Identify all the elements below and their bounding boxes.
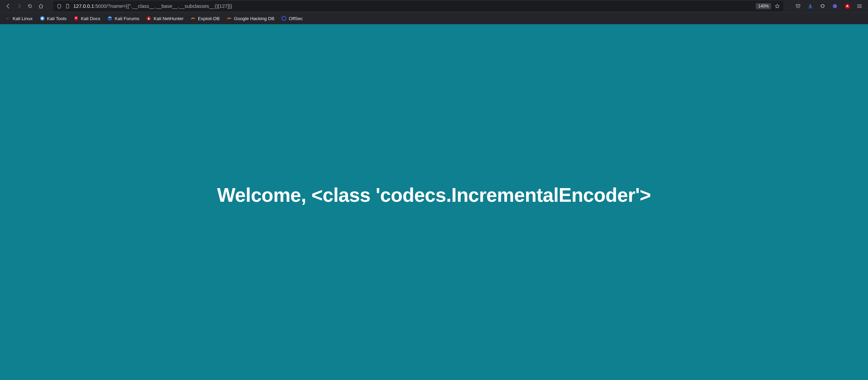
bookmark-offsec[interactable]: OffSec xyxy=(278,14,306,23)
ghdb-icon xyxy=(227,16,232,21)
back-button[interactable] xyxy=(3,1,13,11)
address-bar[interactable]: 127.0.0.1:5000/?name={{''.__class__.__ba… xyxy=(53,1,783,11)
bookmarks-bar: Kali Linux Kali Tools Kali Docs Kali For… xyxy=(0,12,868,24)
exploit-icon xyxy=(190,16,196,21)
bookmark-label: Kali Forums xyxy=(115,16,139,21)
svg-point-2 xyxy=(847,5,848,6)
bookmark-kali-docs[interactable]: Kali Docs xyxy=(70,14,103,23)
bookmark-label: OffSec xyxy=(289,16,303,21)
extensions-icon[interactable] xyxy=(818,1,828,11)
bookmark-exploit-db[interactable]: Exploit-DB xyxy=(187,14,223,23)
bookmark-label: Exploit-DB xyxy=(198,16,220,21)
menu-icon[interactable] xyxy=(854,1,865,11)
svg-rect-7 xyxy=(75,18,77,19)
dragon-icon xyxy=(5,16,11,21)
bookmark-kali-nethunter[interactable]: Kali NetHunter xyxy=(143,14,187,23)
profile-icon[interactable] xyxy=(830,1,840,11)
bookmark-kali-forums[interactable]: Kali Forums xyxy=(104,14,142,23)
tools-icon xyxy=(40,16,45,21)
offsec-icon xyxy=(281,16,287,21)
bookmark-label: Google Hacking DB xyxy=(234,16,275,21)
shield-icon xyxy=(57,4,62,9)
downloads-icon[interactable] xyxy=(805,1,815,11)
welcome-heading: Welcome, <class 'codecs.IncrementalEncod… xyxy=(217,184,651,206)
bookmark-label: Kali NetHunter xyxy=(154,16,184,21)
zoom-badge[interactable]: 140% xyxy=(756,3,771,9)
svg-point-10 xyxy=(282,16,286,20)
bookmark-label: Kali Docs xyxy=(81,16,100,21)
bookmark-kali-tools[interactable]: Kali Tools xyxy=(37,14,70,23)
forward-button[interactable] xyxy=(14,1,24,11)
url-text: 127.0.0.1:5000/?name={{''.__class__.__ba… xyxy=(73,3,752,9)
page-content: Welcome, <class 'codecs.IncrementalEncod… xyxy=(0,24,868,380)
page-icon xyxy=(65,4,70,9)
bookmark-label: Kali Linux xyxy=(13,16,33,21)
home-button[interactable] xyxy=(36,1,46,11)
account-icon[interactable] xyxy=(842,1,852,11)
bookmark-star-icon[interactable] xyxy=(775,3,780,9)
pocket-icon[interactable] xyxy=(793,1,803,11)
svg-point-4 xyxy=(41,17,43,19)
forums-icon xyxy=(107,16,113,21)
reload-button[interactable] xyxy=(25,1,35,11)
bookmark-label: Kali Tools xyxy=(47,16,67,21)
hunter-icon xyxy=(146,16,151,21)
svg-rect-6 xyxy=(75,17,77,18)
svg-point-0 xyxy=(833,4,837,8)
docs-icon xyxy=(73,16,79,21)
browser-toolbar: 127.0.0.1:5000/?name={{''.__class__.__ba… xyxy=(0,0,868,12)
bookmark-ghdb[interactable]: Google Hacking DB xyxy=(223,14,278,23)
bookmark-kali-linux[interactable]: Kali Linux xyxy=(2,14,36,23)
